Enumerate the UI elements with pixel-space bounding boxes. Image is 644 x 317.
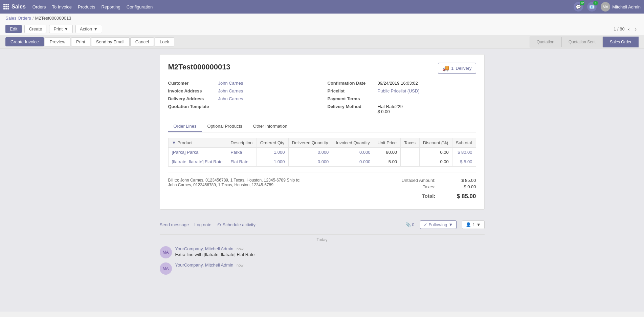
create-button[interactable]: Create	[24, 25, 46, 33]
tab-other-information[interactable]: Other Information	[248, 121, 293, 132]
pricelist-row: Pricelist Public Pricelist (USD)	[328, 88, 476, 93]
following-chevron-icon: ▼	[449, 222, 453, 227]
pricelist-value[interactable]: Public Pricelist (USD)	[378, 88, 420, 93]
delivery-method-value: Flat Rate229	[378, 104, 403, 109]
cell-product[interactable]: [Parka] Parka	[168, 148, 227, 157]
nav-reporting[interactable]: Reporting	[101, 4, 120, 9]
action-button[interactable]: Action ▼	[75, 25, 102, 33]
col-discount: Discount (%)	[419, 138, 452, 148]
chatter-right: 📎 0 ✓ Following ▼ 👤 1 ▼	[405, 220, 485, 229]
table-row: [Parka] Parka Parka 1.000 0.000 0.000 80…	[168, 148, 476, 157]
delivery-address-row: Delivery Address John Carnes	[168, 96, 317, 101]
nav-configuration[interactable]: Configuration	[127, 4, 153, 9]
action-chevron-icon: ▼	[93, 26, 98, 31]
cell-description: Flat Rate	[227, 157, 257, 167]
cell-taxes	[401, 148, 420, 157]
untaxed-value: $ 85.00	[449, 178, 476, 183]
nav-menu: Orders To Invoice Products Reporting Con…	[32, 4, 153, 9]
followers-button[interactable]: 👤 1 ▼	[462, 220, 484, 229]
confirmation-date-value: 09/24/2019 16:03:02	[378, 81, 418, 86]
tab-order-lines[interactable]: Order Lines	[168, 121, 202, 132]
delivery-address-value[interactable]: John Carnes	[218, 96, 243, 101]
pagination-text: 1 / 80	[614, 26, 625, 31]
delivery-badge[interactable]: 🚚 1 Delivery	[438, 63, 476, 74]
document-card: M2Test000000013 🚚 1 Delivery Customer Jo…	[160, 54, 485, 210]
notifications-icon[interactable]: 💬 12	[574, 2, 583, 12]
col-product: ▼ Product	[168, 138, 227, 148]
payment-terms-row: Payment Terms	[328, 96, 476, 101]
customer-row: Customer John Carnes	[168, 81, 317, 86]
following-button[interactable]: ✓ Following ▼	[420, 220, 457, 229]
cell-description: Parka	[227, 148, 257, 157]
next-page-button[interactable]: ›	[633, 26, 639, 33]
today-divider: Today	[160, 234, 485, 242]
order-table: ▼ Product Description Ordered Qty Delive…	[168, 138, 476, 167]
breadcrumb-parent[interactable]: Sales Orders	[5, 16, 31, 21]
bill-to-value: John Carnes, 0123456789, 1 Texas, Housto…	[180, 178, 286, 183]
form-fields: Customer John Carnes Invoice Address Joh…	[168, 81, 476, 114]
untaxed-row: Untaxed Amount: $ 85.00	[402, 178, 476, 183]
log-note-button[interactable]: Log note	[194, 222, 212, 227]
user-menu[interactable]: MA Mitchell Admin	[601, 2, 641, 12]
cell-delivered-qty: 0.000	[288, 148, 332, 157]
cell-product[interactable]: [flatrate_flatrate] Flat Rate	[168, 157, 227, 167]
col-invoiced-qty: Invoiced Quantity	[332, 138, 374, 148]
cell-taxes	[401, 157, 420, 167]
chatter-message: MA YourCompany, Mitchell Admin now	[160, 262, 485, 275]
person-icon: 👤	[466, 222, 471, 227]
messages-symbol: 📧	[589, 4, 595, 9]
edit-button[interactable]: Edit	[5, 25, 22, 33]
followers-chevron-icon: ▼	[476, 222, 481, 227]
total-label: Total:	[422, 193, 436, 200]
nav-products[interactable]: Products	[78, 4, 95, 9]
navbar: Sales Orders To Invoice Products Reporti…	[0, 0, 644, 14]
print-button[interactable]: Print ▼	[49, 25, 73, 33]
messages-icon[interactable]: 📧 1	[587, 2, 597, 12]
bill-to-label: Bill to:	[168, 178, 179, 183]
order-tabs: Order Lines Optional Products Other Info…	[168, 121, 476, 132]
delivery-method-label: Delivery Method	[328, 104, 375, 109]
print-chevron-icon: ▼	[64, 26, 68, 31]
attachments-button[interactable]: 📎 0	[405, 222, 415, 227]
taxes-value: $ 0.00	[449, 184, 476, 189]
create-invoice-button[interactable]: Create Invoice	[5, 37, 44, 46]
nav-to-invoice[interactable]: To Invoice	[52, 4, 72, 9]
chatter-actions: Send message Log note ⏲ Schedule activit…	[160, 218, 485, 234]
doc-footer: Bill to: John Carnes, 0123456789, 1 Texa…	[168, 172, 476, 201]
cell-subtotal: $ 80.00	[452, 148, 476, 157]
chatter-msg-body: YourCompany, Mitchell Admin now	[175, 262, 244, 275]
cell-invoiced-qty: 0.000	[332, 148, 374, 157]
cell-discount: 0.00	[419, 157, 452, 167]
col-delivered-qty: Delivered Quantity	[288, 138, 332, 148]
schedule-activity-button[interactable]: ⏲ Schedule activity	[217, 222, 256, 227]
delivery-method-row: Delivery Method Flat Rate229 $ 0.00	[328, 104, 476, 114]
step-sales-order: Sales Order	[603, 37, 639, 47]
form-right: Confirmation Date 09/24/2019 16:03:02 Pr…	[328, 81, 476, 114]
invoice-address-value[interactable]: John Carnes	[218, 88, 243, 93]
chatter-avatar: MA	[160, 246, 172, 258]
cell-unit-price: 80.00	[374, 148, 401, 157]
table-header-row: ▼ Product Description Ordered Qty Delive…	[168, 138, 476, 148]
cell-ordered-qty: 1.000	[257, 157, 288, 167]
cell-ordered-qty: 1.000	[257, 148, 288, 157]
nav-orders[interactable]: Orders	[32, 4, 46, 9]
totals-section: Untaxed Amount: $ 85.00 Taxes: $ 0.00 To…	[402, 178, 476, 201]
send-email-button[interactable]: Send by Email	[91, 37, 130, 46]
breadcrumb-separator: /	[32, 16, 34, 21]
action-bar: Edit Create Print ▼ Action ▼ 1 / 80 ‹ ›	[0, 23, 644, 35]
col-subtotal: Subtotal	[452, 138, 476, 148]
step-quotation-sent: Quotation Sent	[561, 37, 603, 47]
lock-button[interactable]: Lock	[155, 37, 174, 46]
prev-page-button[interactable]: ‹	[626, 26, 632, 33]
chatter-msg-body: YourCompany, Mitchell Admin now Extra li…	[175, 246, 255, 258]
customer-value[interactable]: John Carnes	[218, 81, 243, 86]
preview-button[interactable]: Preview	[45, 37, 70, 46]
tab-optional-products[interactable]: Optional Products	[202, 121, 247, 132]
app-title: Sales	[12, 4, 26, 10]
cancel-button[interactable]: Cancel	[130, 37, 154, 46]
sort-icon[interactable]: ▼	[172, 140, 176, 145]
brand[interactable]: Sales	[3, 4, 26, 10]
send-message-button[interactable]: Send message	[160, 222, 189, 227]
step-quotation: Quotation	[530, 37, 561, 47]
print-status-button[interactable]: Print	[71, 37, 90, 46]
